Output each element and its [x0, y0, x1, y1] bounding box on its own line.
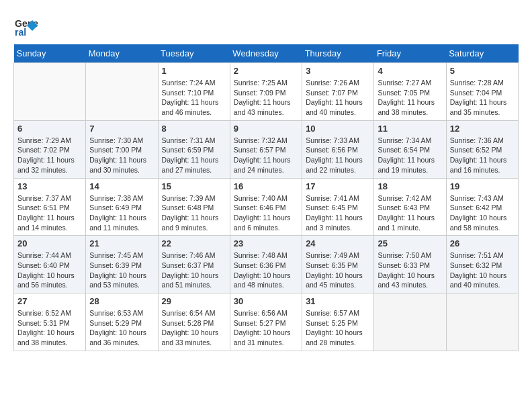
day-info: Sunrise: 7:48 AM Sunset: 6:36 PM Dayligh… — [234, 250, 298, 290]
calendar-cell: 22Sunrise: 7:46 AM Sunset: 6:37 PM Dayli… — [158, 236, 230, 293]
day-info: Sunrise: 6:54 AM Sunset: 5:28 PM Dayligh… — [162, 308, 226, 348]
calendar-header-row: SundayMondayTuesdayWednesdayThursdayFrid… — [14, 44, 519, 63]
calendar-cell — [374, 293, 446, 351]
day-number: 15 — [162, 181, 226, 191]
day-header-friday: Friday — [374, 44, 446, 63]
day-info: Sunrise: 7:38 AM Sunset: 6:49 PM Dayligh… — [89, 193, 154, 233]
calendar-cell: 12Sunrise: 7:36 AM Sunset: 6:52 PM Dayli… — [446, 120, 518, 178]
day-info: Sunrise: 7:33 AM Sunset: 6:56 PM Dayligh… — [306, 136, 370, 175]
day-info: Sunrise: 7:34 AM Sunset: 6:54 PM Dayligh… — [378, 136, 442, 175]
day-info: Sunrise: 7:49 AM Sunset: 6:35 PM Dayligh… — [306, 250, 370, 290]
calendar-cell: 6Sunrise: 7:29 AM Sunset: 7:02 PM Daylig… — [14, 120, 86, 178]
calendar-cell: 19Sunrise: 7:43 AM Sunset: 6:42 PM Dayli… — [446, 178, 518, 236]
day-header-wednesday: Wednesday — [230, 44, 302, 63]
day-number: 24 — [306, 238, 370, 248]
calendar-week-1: 1Sunrise: 7:24 AM Sunset: 7:10 PM Daylig… — [14, 63, 519, 121]
day-number: 20 — [17, 238, 82, 248]
calendar-cell — [14, 63, 86, 121]
day-info: Sunrise: 7:28 AM Sunset: 7:04 PM Dayligh… — [450, 78, 515, 118]
day-info: Sunrise: 7:44 AM Sunset: 6:40 PM Dayligh… — [17, 250, 82, 290]
day-info: Sunrise: 7:29 AM Sunset: 7:02 PM Dayligh… — [17, 136, 82, 175]
day-number: 7 — [89, 124, 154, 134]
day-info: Sunrise: 7:45 AM Sunset: 6:39 PM Dayligh… — [89, 250, 154, 290]
calendar-week-5: 27Sunrise: 6:52 AM Sunset: 5:31 PM Dayli… — [14, 293, 519, 351]
calendar-week-2: 6Sunrise: 7:29 AM Sunset: 7:02 PM Daylig… — [14, 120, 519, 178]
calendar-cell: 2Sunrise: 7:25 AM Sunset: 7:09 PM Daylig… — [230, 63, 302, 121]
calendar-cell: 5Sunrise: 7:28 AM Sunset: 7:04 PM Daylig… — [446, 63, 518, 121]
day-info: Sunrise: 7:51 AM Sunset: 6:32 PM Dayligh… — [450, 250, 515, 290]
calendar-cell: 16Sunrise: 7:40 AM Sunset: 6:46 PM Dayli… — [230, 178, 302, 236]
day-number: 10 — [306, 124, 370, 134]
calendar-table: SundayMondayTuesdayWednesdayThursdayFrid… — [13, 44, 519, 351]
day-info: Sunrise: 7:30 AM Sunset: 7:00 PM Dayligh… — [89, 136, 154, 175]
calendar-week-3: 13Sunrise: 7:37 AM Sunset: 6:51 PM Dayli… — [14, 178, 519, 236]
day-info: Sunrise: 6:57 AM Sunset: 5:25 PM Dayligh… — [306, 308, 370, 348]
calendar-cell: 9Sunrise: 7:32 AM Sunset: 6:57 PM Daylig… — [230, 120, 302, 178]
day-number: 4 — [378, 66, 442, 76]
svg-text:ral: ral — [15, 27, 26, 38]
calendar-cell: 7Sunrise: 7:30 AM Sunset: 7:00 PM Daylig… — [86, 120, 158, 178]
calendar-cell: 30Sunrise: 6:56 AM Sunset: 5:27 PM Dayli… — [230, 293, 302, 351]
day-number: 3 — [306, 66, 370, 76]
day-number: 9 — [234, 124, 298, 134]
day-info: Sunrise: 6:56 AM Sunset: 5:27 PM Dayligh… — [234, 308, 298, 348]
day-info: Sunrise: 7:39 AM Sunset: 6:48 PM Dayligh… — [162, 193, 226, 233]
calendar-cell: 13Sunrise: 7:37 AM Sunset: 6:51 PM Dayli… — [14, 178, 86, 236]
day-number: 13 — [17, 181, 82, 191]
day-header-saturday: Saturday — [446, 44, 518, 63]
day-info: Sunrise: 7:25 AM Sunset: 7:09 PM Dayligh… — [234, 78, 298, 118]
day-number: 18 — [378, 181, 442, 191]
day-info: Sunrise: 6:53 AM Sunset: 5:29 PM Dayligh… — [89, 308, 154, 348]
calendar-cell: 18Sunrise: 7:42 AM Sunset: 6:43 PM Dayli… — [374, 178, 446, 236]
calendar-cell: 24Sunrise: 7:49 AM Sunset: 6:35 PM Dayli… — [302, 236, 374, 293]
day-number: 22 — [162, 238, 226, 248]
calendar-cell: 10Sunrise: 7:33 AM Sunset: 6:56 PM Dayli… — [302, 120, 374, 178]
logo: Gene ral — [13, 13, 42, 38]
calendar-cell: 1Sunrise: 7:24 AM Sunset: 7:10 PM Daylig… — [158, 63, 230, 121]
day-info: Sunrise: 7:26 AM Sunset: 7:07 PM Dayligh… — [306, 78, 370, 118]
day-number: 2 — [234, 66, 298, 76]
calendar-cell: 20Sunrise: 7:44 AM Sunset: 6:40 PM Dayli… — [14, 236, 86, 293]
day-info: Sunrise: 7:24 AM Sunset: 7:10 PM Dayligh… — [162, 78, 226, 118]
day-number: 28 — [89, 296, 154, 306]
calendar-cell: 8Sunrise: 7:31 AM Sunset: 6:59 PM Daylig… — [158, 120, 230, 178]
day-number: 17 — [306, 181, 370, 191]
day-number: 23 — [234, 238, 298, 248]
day-header-sunday: Sunday — [14, 44, 86, 63]
day-header-thursday: Thursday — [302, 44, 374, 63]
calendar-cell: 29Sunrise: 6:54 AM Sunset: 5:28 PM Dayli… — [158, 293, 230, 351]
day-number: 12 — [450, 124, 515, 134]
day-number: 21 — [89, 238, 154, 248]
day-info: Sunrise: 7:46 AM Sunset: 6:37 PM Dayligh… — [162, 250, 226, 290]
day-number: 26 — [450, 238, 515, 248]
day-number: 8 — [162, 124, 226, 134]
calendar-cell: 11Sunrise: 7:34 AM Sunset: 6:54 PM Dayli… — [374, 120, 446, 178]
day-number: 27 — [17, 296, 82, 306]
day-number: 6 — [17, 124, 82, 134]
day-number: 31 — [306, 296, 370, 306]
day-number: 5 — [450, 66, 515, 76]
day-header-monday: Monday — [86, 44, 158, 63]
calendar-cell: 25Sunrise: 7:50 AM Sunset: 6:33 PM Dayli… — [374, 236, 446, 293]
day-info: Sunrise: 7:37 AM Sunset: 6:51 PM Dayligh… — [17, 193, 82, 233]
day-info: Sunrise: 6:52 AM Sunset: 5:31 PM Dayligh… — [17, 308, 82, 348]
day-number: 1 — [162, 66, 226, 76]
calendar-cell: 3Sunrise: 7:26 AM Sunset: 7:07 PM Daylig… — [302, 63, 374, 121]
day-header-tuesday: Tuesday — [158, 44, 230, 63]
day-number: 25 — [378, 238, 442, 248]
day-info: Sunrise: 7:40 AM Sunset: 6:46 PM Dayligh… — [234, 193, 298, 233]
logo-icon: Gene ral — [13, 13, 38, 38]
day-info: Sunrise: 7:27 AM Sunset: 7:05 PM Dayligh… — [378, 78, 442, 118]
calendar-cell: 27Sunrise: 6:52 AM Sunset: 5:31 PM Dayli… — [14, 293, 86, 351]
calendar-cell: 14Sunrise: 7:38 AM Sunset: 6:49 PM Dayli… — [86, 178, 158, 236]
day-number: 19 — [450, 181, 515, 191]
day-number: 16 — [234, 181, 298, 191]
calendar-cell: 28Sunrise: 6:53 AM Sunset: 5:29 PM Dayli… — [86, 293, 158, 351]
calendar-cell: 17Sunrise: 7:41 AM Sunset: 6:45 PM Dayli… — [302, 178, 374, 236]
day-info: Sunrise: 7:50 AM Sunset: 6:33 PM Dayligh… — [378, 250, 442, 290]
page-header: Gene ral — [13, 13, 519, 38]
calendar-cell — [86, 63, 158, 121]
calendar-cell: 15Sunrise: 7:39 AM Sunset: 6:48 PM Dayli… — [158, 178, 230, 236]
day-info: Sunrise: 7:32 AM Sunset: 6:57 PM Dayligh… — [234, 136, 298, 175]
day-number: 14 — [89, 181, 154, 191]
